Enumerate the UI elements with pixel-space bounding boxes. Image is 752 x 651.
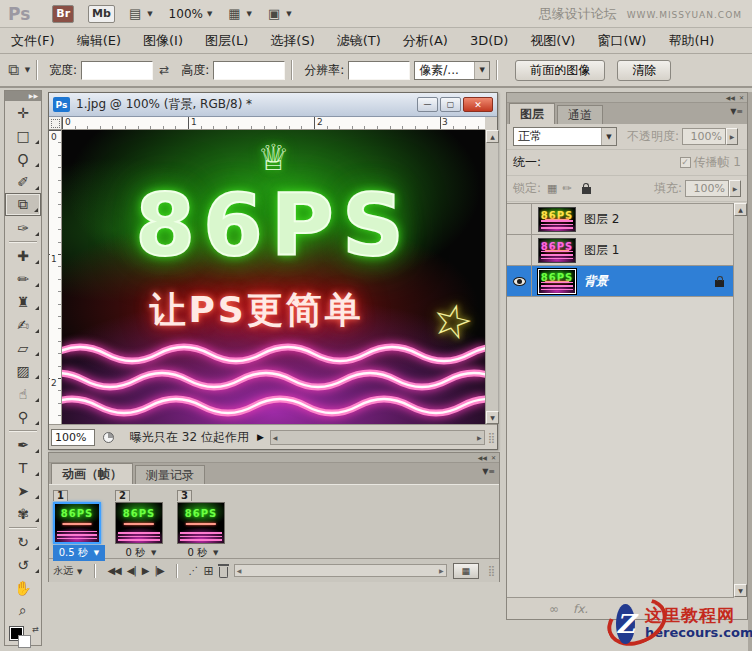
lock-transparency-icon[interactable]: ▦ — [547, 182, 557, 195]
arrange-dropdown-icon[interactable]: ▼ — [247, 10, 252, 18]
3d-rotate-tool[interactable]: ↻ — [5, 530, 41, 553]
swap-colors-icon[interactable]: ⇄ — [32, 625, 39, 634]
bridge-button[interactable]: Br — [52, 5, 74, 23]
hand-tool[interactable]: ✋ — [5, 576, 41, 599]
minimize-button[interactable]: — — [417, 97, 438, 112]
layer-style-icon[interactable]: fx. — [573, 602, 588, 616]
scroll-up-icon[interactable]: ▲ — [486, 130, 499, 143]
preset-dropdown-icon[interactable]: ▼ — [25, 66, 30, 74]
menu-window[interactable]: 窗口(W) — [586, 28, 657, 53]
menu-3d[interactable]: 3D(D) — [459, 28, 519, 53]
frame-delay[interactable]: 0.5 秒 ▼ — [53, 545, 105, 561]
layer-row-2[interactable]: 86PS 图层 2 — [507, 204, 734, 235]
guides-icon[interactable]: ▤ — [129, 6, 141, 21]
custom-shape-tool[interactable]: ✾ — [5, 502, 41, 525]
convert-to-timeline-button[interactable]: ▦ — [453, 563, 479, 579]
status-menu-icon[interactable]: ▶ — [257, 432, 264, 442]
blend-mode-select[interactable]: 正常 ▼ — [513, 127, 617, 146]
panel-collapse-icon[interactable]: ◀◀ — [726, 94, 735, 101]
gradient-tool[interactable]: ▨ — [5, 359, 41, 382]
next-frame-button[interactable]: |▶ — [155, 565, 164, 576]
resolution-input[interactable] — [348, 61, 410, 80]
vertical-scrollbar[interactable]: ▲ ▼ — [485, 130, 498, 424]
3d-orbit-tool[interactable]: ↺ — [5, 553, 41, 576]
tab-layers[interactable]: 图层 — [509, 103, 555, 124]
document-titlebar[interactable]: Ps 1.jpg @ 100% (背景, RGB/8) * — ▢ ✕ — [49, 93, 497, 117]
background-color[interactable] — [18, 635, 31, 648]
mini-bridge-button[interactable]: Mb — [88, 5, 115, 23]
quick-selection-tool[interactable]: ✐ — [5, 170, 41, 193]
color-swatches[interactable]: ⇄ — [5, 624, 41, 651]
frame-thumbnail[interactable]: 86PS — [115, 502, 163, 544]
resolution-unit-select[interactable]: 像素/... ▼ — [414, 61, 490, 80]
eyedropper-tool[interactable]: ✑ — [5, 216, 41, 239]
menu-file[interactable]: 文件(F) — [0, 28, 66, 53]
visibility-toggle[interactable] — [507, 266, 532, 296]
horizontal-scrollbar[interactable]: ◀ ▶ — [270, 430, 485, 445]
animation-scrollbar[interactable]: ◀ ▶ — [234, 564, 447, 577]
menu-help[interactable]: 帮助(H) — [657, 28, 725, 53]
tab-animation-frames[interactable]: 动画（帧） — [51, 463, 133, 484]
layer-name[interactable]: 图层 1 — [584, 242, 619, 259]
resize-grip[interactable]: ⣿ — [488, 432, 495, 443]
pen-tool[interactable]: ✒ — [5, 433, 41, 456]
scroll-up-icon[interactable]: ▲ — [734, 203, 747, 216]
close-button[interactable]: ✕ — [463, 97, 493, 112]
fill-spinner-icon[interactable]: ▶ — [729, 180, 741, 197]
layer-row-background[interactable]: 86PS 背景 — [507, 266, 734, 297]
canvas[interactable]: ♕ 86PS 让PS更简单 ☆ — [62, 130, 485, 424]
menu-select[interactable]: 选择(S) — [259, 28, 325, 53]
dodge-tool[interactable]: ⚲ — [5, 405, 41, 428]
loop-select[interactable]: 永远▼ — [53, 564, 82, 578]
tab-measurement-log[interactable]: 测量记录 — [135, 465, 205, 484]
fill-field[interactable]: 100% — [685, 180, 729, 197]
layer-thumbnail[interactable]: 86PS — [538, 207, 576, 232]
layer-name[interactable]: 背景 — [584, 273, 608, 290]
zoom-level[interactable]: 100% — [169, 7, 203, 21]
panel-close-icon[interactable]: ✕ — [739, 94, 744, 101]
height-input[interactable] — [213, 61, 285, 80]
menu-image[interactable]: 图像(I) — [132, 28, 194, 53]
type-tool[interactable]: T — [5, 456, 41, 479]
resize-grip[interactable]: ⣿ — [488, 565, 495, 576]
toolbox-collapse[interactable]: ▶▶ — [5, 91, 41, 101]
screen-mode-dropdown-icon[interactable]: ▼ — [286, 10, 291, 18]
menu-filter[interactable]: 滤镜(T) — [326, 28, 392, 53]
animation-frame-2[interactable]: 2 86PS 0 秒 ▼ — [115, 488, 171, 561]
propagate-checkbox[interactable]: ✓ — [680, 157, 691, 168]
visibility-toggle[interactable] — [507, 204, 532, 234]
clone-stamp-tool[interactable]: ♜ — [5, 290, 41, 313]
clear-button[interactable]: 清除 — [617, 60, 671, 81]
scroll-right-icon[interactable]: ▶ — [477, 434, 482, 441]
panel-menu-icon[interactable]: ▼≡ — [482, 467, 495, 476]
crop-tool[interactable]: ⧉ — [5, 193, 41, 216]
menu-layer[interactable]: 图层(L) — [194, 28, 259, 53]
screen-mode-icon[interactable]: ▣ — [268, 6, 280, 21]
frame-thumbnail[interactable]: 86PS — [53, 502, 101, 544]
width-input[interactable] — [81, 61, 153, 80]
path-selection-tool[interactable]: ➤ — [5, 479, 41, 502]
panel-menu-icon[interactable]: ▼≡ — [730, 107, 743, 116]
first-frame-button[interactable]: ◀◀ — [107, 565, 120, 576]
zoom-dropdown-icon[interactable]: ▼ — [207, 10, 212, 18]
layer-thumbnail[interactable]: 86PS — [538, 269, 576, 294]
scroll-left-icon[interactable]: ◀ — [237, 567, 242, 574]
arrange-documents-icon[interactable]: ▦ — [228, 6, 240, 21]
history-brush-tool[interactable]: ✍ — [5, 313, 41, 336]
frame-thumbnail[interactable]: 86PS — [177, 502, 225, 544]
previous-frame-button[interactable]: ◀| — [127, 565, 136, 576]
new-frame-button[interactable]: ⊞ — [204, 564, 213, 578]
lock-paint-icon[interactable]: ✏ — [562, 182, 571, 195]
link-layers-icon[interactable]: ∞ — [549, 602, 559, 616]
opacity-field[interactable]: 100% — [682, 128, 726, 145]
panel-close-icon[interactable]: ✕ — [491, 454, 496, 461]
layer-row-1[interactable]: 86PS 图层 1 — [507, 235, 734, 266]
healing-brush-tool[interactable]: ✚ — [5, 244, 41, 267]
eraser-tool[interactable]: ▱ — [5, 336, 41, 359]
visibility-toggle[interactable] — [507, 235, 532, 265]
marquee-tool[interactable]: □ — [5, 124, 41, 147]
brush-tool[interactable]: ✏ — [5, 267, 41, 290]
layer-thumbnail[interactable]: 86PS — [538, 238, 576, 263]
swap-dimensions-icon[interactable]: ⇄ — [159, 63, 169, 77]
tab-channels[interactable]: 通道 — [557, 105, 603, 124]
